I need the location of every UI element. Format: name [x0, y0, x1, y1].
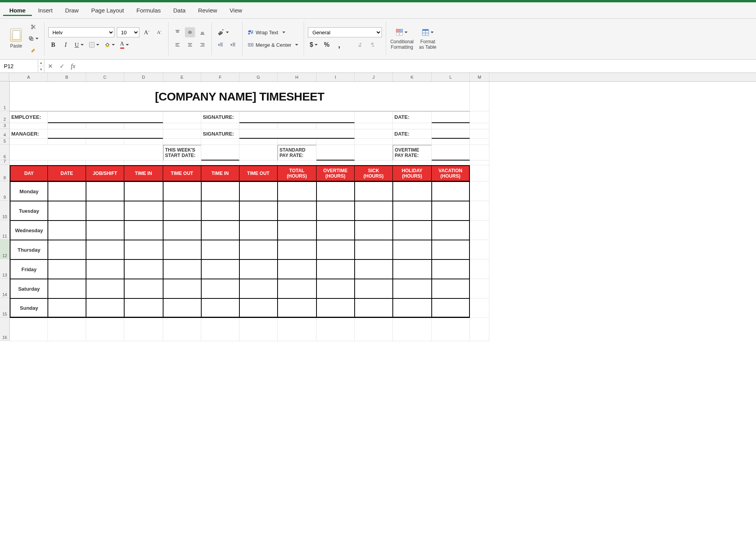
cell-r3-6[interactable]	[239, 123, 278, 129]
table-cell-Sunday-3[interactable]	[124, 298, 163, 318]
font-name-select[interactable]: Helv	[48, 27, 114, 37]
cell-r5-7[interactable]	[278, 139, 316, 145]
table-cell-Friday-6[interactable]	[239, 259, 278, 279]
cell-r5-9[interactable]	[355, 139, 393, 145]
borders-button[interactable]	[88, 40, 101, 50]
table-cell-Monday-0[interactable]: Monday	[10, 182, 48, 201]
currency-button[interactable]: $	[308, 40, 319, 50]
cell-r7-12[interactable]	[470, 161, 489, 165]
cell-J2[interactable]	[355, 111, 393, 123]
cell-r5-12[interactable]	[470, 139, 489, 145]
table-cell-Sunday-4[interactable]	[163, 298, 201, 318]
table-cell-Thursday-11[interactable]	[432, 240, 470, 259]
cell-r5-10[interactable]	[393, 139, 432, 145]
timesheet-title[interactable]: [COMPANY NAME] TIMESHEET	[10, 82, 470, 111]
format-as-table-button[interactable]	[420, 27, 435, 37]
fx-icon[interactable]: fx	[68, 63, 79, 70]
table-cell-Wednesday-0[interactable]: Wednesday	[10, 221, 48, 240]
number-format-select[interactable]: General	[308, 27, 382, 37]
start-date-field[interactable]	[201, 145, 239, 161]
cell-r16-8[interactable]	[316, 318, 355, 341]
table-cell-Friday-7[interactable]	[278, 259, 316, 279]
table-cell-Saturday-9[interactable]	[355, 279, 393, 298]
table-cell-Wednesday-3[interactable]	[124, 221, 163, 240]
cell-M1[interactable]	[470, 82, 489, 111]
table-cell-Friday-9[interactable]	[355, 259, 393, 279]
cell-M15[interactable]	[470, 298, 489, 318]
signature-label-2[interactable]: SIGNATURE:	[201, 129, 239, 139]
table-cell-Wednesday-5[interactable]	[201, 221, 239, 240]
select-all-corner[interactable]	[0, 73, 9, 81]
wrap-text-button[interactable]: abc Wrap Text	[246, 27, 287, 37]
cell-r7-11[interactable]	[432, 161, 470, 165]
name-box[interactable]	[0, 60, 38, 72]
cell-r3-1[interactable]	[48, 123, 86, 129]
cell-r7-0[interactable]	[10, 161, 48, 165]
comma-button[interactable]: ,	[334, 40, 344, 50]
table-header-4[interactable]: TIME OUT	[163, 165, 201, 182]
menu-review[interactable]: Review	[192, 5, 223, 16]
align-top-button[interactable]	[172, 27, 183, 37]
cell-r3-11[interactable]	[432, 123, 470, 129]
cell-r7-6[interactable]	[239, 161, 278, 165]
col-head-M[interactable]: M	[470, 73, 489, 81]
italic-button[interactable]: I	[61, 40, 71, 50]
table-cell-Sunday-0[interactable]: Sunday	[10, 298, 48, 318]
accept-formula-button[interactable]: ✓	[56, 60, 68, 72]
table-cell-Tuesday-9[interactable]	[355, 201, 393, 221]
table-header-2[interactable]: JOB/SHIFT	[86, 165, 124, 182]
cell-AD6[interactable]	[10, 145, 163, 161]
cell-M9[interactable]	[470, 182, 489, 201]
menu-data[interactable]: Data	[167, 5, 192, 16]
table-cell-Wednesday-2[interactable]	[86, 221, 124, 240]
cell-r3-12[interactable]	[470, 123, 489, 129]
cell-r5-2[interactable]	[86, 139, 124, 145]
cell-r3-0[interactable]	[10, 123, 48, 129]
row-head-5[interactable]: 5	[0, 138, 9, 145]
cell-r3-9[interactable]	[355, 123, 393, 129]
table-header-9[interactable]: SICK(HOURS)	[355, 165, 393, 182]
cell-r3-4[interactable]	[163, 123, 201, 129]
increase-font-button[interactable]: Aˆ	[142, 27, 152, 37]
cell-r7-5[interactable]	[201, 161, 239, 165]
row-head-6[interactable]: 6	[0, 145, 9, 160]
col-head-D[interactable]: D	[124, 73, 163, 81]
table-cell-Monday-2[interactable]	[86, 182, 124, 201]
cell-r5-5[interactable]	[201, 139, 239, 145]
signature-field-1[interactable]	[239, 111, 355, 123]
table-cell-Saturday-4[interactable]	[163, 279, 201, 298]
date-label-1[interactable]: DATE:	[393, 111, 432, 123]
table-cell-Sunday-7[interactable]	[278, 298, 316, 318]
table-cell-Saturday-11[interactable]	[432, 279, 470, 298]
table-cell-Friday-5[interactable]	[201, 259, 239, 279]
table-cell-Tuesday-6[interactable]	[239, 201, 278, 221]
table-cell-Saturday-10[interactable]	[393, 279, 432, 298]
table-header-5[interactable]: TIME IN	[201, 165, 239, 182]
table-cell-Thursday-7[interactable]	[278, 240, 316, 259]
cell-M2[interactable]	[470, 111, 489, 123]
table-cell-Friday-3[interactable]	[124, 259, 163, 279]
ot-rate-field[interactable]	[432, 145, 470, 161]
row-head-13[interactable]: 13	[0, 259, 9, 279]
cell-r16-1[interactable]	[48, 318, 86, 341]
cell-r7-8[interactable]	[316, 161, 355, 165]
menu-page-layout[interactable]: Page Layout	[85, 5, 130, 16]
table-header-7[interactable]: TOTAL(HOURS)	[278, 165, 316, 182]
table-cell-Thursday-4[interactable]	[163, 240, 201, 259]
name-box-stepper[interactable]: ▲▼	[38, 60, 44, 72]
decrease-font-button[interactable]: Aˇ	[154, 27, 164, 37]
row-head-15[interactable]: 15	[0, 298, 9, 318]
table-cell-Wednesday-11[interactable]	[432, 221, 470, 240]
table-cell-Sunday-9[interactable]	[355, 298, 393, 318]
date-field-2[interactable]	[432, 129, 470, 139]
conditional-formatting-button[interactable]	[394, 27, 409, 37]
cut-button[interactable]	[27, 22, 40, 32]
cell-M10[interactable]	[470, 201, 489, 221]
table-cell-Tuesday-8[interactable]	[316, 201, 355, 221]
table-cell-Tuesday-10[interactable]	[393, 201, 432, 221]
merge-center-button[interactable]: Merge & Center	[246, 40, 300, 50]
table-cell-Friday-8[interactable]	[316, 259, 355, 279]
cell-r3-7[interactable]	[278, 123, 316, 129]
cell-r7-7[interactable]	[278, 161, 316, 165]
table-cell-Monday-5[interactable]	[201, 182, 239, 201]
